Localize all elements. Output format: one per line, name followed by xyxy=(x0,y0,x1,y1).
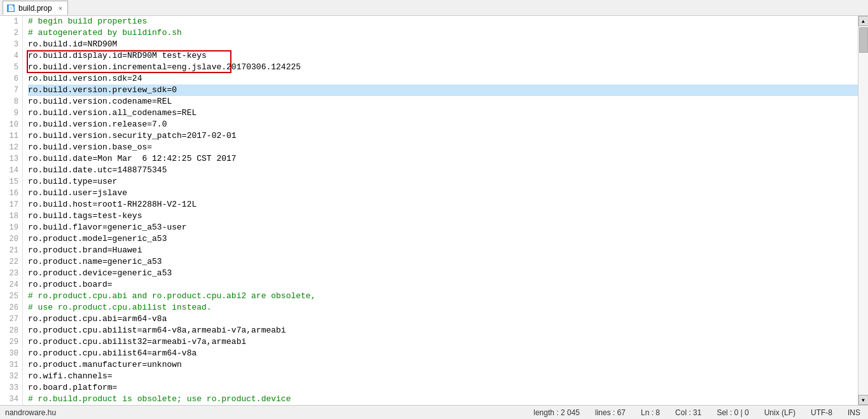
code-content[interactable]: # begin build properties# autogenerated … xyxy=(23,16,858,405)
line-number: 33 xyxy=(0,382,18,394)
code-line: ro.build.date=Mon Mar 6 12:42:25 CST 201… xyxy=(28,153,858,165)
code-line: ro.product.name=generic_a53 xyxy=(28,256,858,268)
line-number: 21 xyxy=(0,245,18,256)
code-line: ro.build.tags=test-keys xyxy=(28,210,858,222)
line-number: 27 xyxy=(0,313,18,325)
code-line: ro.build.version.sdk=24 xyxy=(28,73,858,85)
code-line: ro.build.user=jslave xyxy=(28,188,858,199)
code-line: # use ro.product.cpu.abilist instead. xyxy=(28,302,858,313)
code-line: ro.build.version.security_patch=2017-02-… xyxy=(28,130,858,142)
status-length: length : 2 045 xyxy=(531,408,582,417)
status-sel: Sel : 0 | 0 xyxy=(714,408,751,417)
code-line: ro.build.version.base_os= xyxy=(28,142,858,153)
code-line: ro.wifi.channels= xyxy=(28,371,858,382)
code-line: ro.board.platform= xyxy=(28,382,858,394)
line-number: 28 xyxy=(0,325,18,336)
line-number: 8 xyxy=(0,96,18,107)
line-number: 26 xyxy=(0,302,18,313)
line-number: 30 xyxy=(0,348,18,359)
line-number: 34 xyxy=(0,394,18,405)
line-number: 17 xyxy=(0,199,18,210)
line-number: 3 xyxy=(0,39,18,50)
line-number: 19 xyxy=(0,222,18,233)
code-line: ro.product.brand=Huawei xyxy=(28,245,858,256)
status-col: Col : 31 xyxy=(673,408,704,417)
line-number: 15 xyxy=(0,176,18,188)
status-website: nandroware.hu xyxy=(5,408,56,417)
status-ln: Ln : 8 xyxy=(638,408,663,417)
status-line-ending: Unix (LF) xyxy=(762,408,798,417)
line-number: 6 xyxy=(0,73,18,85)
code-line: # begin build properties xyxy=(28,16,858,27)
line-numbers: 1234567891011121314151617181920212223242… xyxy=(0,16,23,405)
status-info: length : 2 045 lines : 67 Ln : 8 Col : 3… xyxy=(531,408,863,417)
line-number: 7 xyxy=(0,85,18,96)
line-number: 13 xyxy=(0,153,18,165)
code-line: ro.build.date.utc=1488775345 xyxy=(28,165,858,176)
code-line: ro.product.model=generic_a53 xyxy=(28,233,858,245)
line-number: 5 xyxy=(0,62,18,73)
code-line: ro.build.version.release=7.0 xyxy=(28,119,858,130)
line-number: 4 xyxy=(0,50,18,62)
file-tab[interactable]: 📄 build.prop × xyxy=(3,1,68,15)
code-line: ro.product.cpu.abilist32=armeabi-v7a,arm… xyxy=(28,336,858,348)
code-line: ro.build.version.preview_sdk=0 xyxy=(28,85,858,96)
scroll-track[interactable] xyxy=(858,26,868,395)
code-line: ro.build.display.id=NRD90M test-keys xyxy=(28,50,858,62)
editor-container: 1234567891011121314151617181920212223242… xyxy=(0,16,868,405)
line-number: 1 xyxy=(0,16,18,27)
line-number: 22 xyxy=(0,256,18,268)
code-line: ro.build.id=NRD90M xyxy=(28,39,858,50)
line-number: 14 xyxy=(0,165,18,176)
code-line: ro.product.cpu.abilist64=arm64-v8a xyxy=(28,348,858,359)
line-number: 16 xyxy=(0,188,18,199)
line-number: 9 xyxy=(0,107,18,119)
code-line: ro.product.cpu.abilist=arm64-v8a,armeabi… xyxy=(28,325,858,336)
status-mode: INS xyxy=(845,408,863,417)
code-line: ro.product.board= xyxy=(28,279,858,291)
scroll-thumb[interactable] xyxy=(859,27,868,53)
line-number: 25 xyxy=(0,291,18,302)
file-icon: 📄 xyxy=(7,4,15,12)
line-number: 12 xyxy=(0,142,18,153)
code-line: ro.build.version.incremental=eng.jslave.… xyxy=(28,62,858,73)
status-lines: lines : 67 xyxy=(593,408,628,417)
line-number: 31 xyxy=(0,359,18,371)
line-number: 24 xyxy=(0,279,18,291)
code-line: # ro.build.product is obsolete; use ro.p… xyxy=(28,394,858,405)
status-encoding: UTF-8 xyxy=(808,408,835,417)
code-line: ro.build.host=root1-RH2288H-V2-12L xyxy=(28,199,858,210)
code-line: # autogenerated by buildinfo.sh xyxy=(28,27,858,39)
code-line: ro.build.type=user xyxy=(28,176,858,188)
line-number: 18 xyxy=(0,210,18,222)
scroll-down-arrow[interactable]: ▼ xyxy=(858,395,869,405)
code-line: ro.product.cpu.abi=arm64-v8a xyxy=(28,313,858,325)
line-number: 23 xyxy=(0,268,18,279)
code-line: ro.build.flavor=generic_a53-user xyxy=(28,222,858,233)
line-number: 2 xyxy=(0,27,18,39)
tab-label: build.prop xyxy=(18,4,52,13)
code-line: # ro.product.cpu.abi and ro.product.cpu.… xyxy=(28,291,858,302)
tab-close-button[interactable]: × xyxy=(59,4,62,12)
scroll-up-arrow[interactable]: ▲ xyxy=(858,16,869,26)
scrollbar[interactable]: ▲ ▼ xyxy=(858,16,868,405)
line-number: 10 xyxy=(0,119,18,130)
line-number: 29 xyxy=(0,336,18,348)
code-line: ro.product.device=generic_a53 xyxy=(28,268,858,279)
line-number: 20 xyxy=(0,233,18,245)
line-number: 11 xyxy=(0,130,18,142)
title-bar: 📄 build.prop × xyxy=(0,0,868,16)
code-line: ro.build.version.codename=REL xyxy=(28,96,858,107)
code-line: ro.build.version.all_codenames=REL xyxy=(28,107,858,119)
line-number: 32 xyxy=(0,371,18,382)
status-bar: nandroware.hu length : 2 045 lines : 67 … xyxy=(0,405,868,419)
code-line: ro.product.manufacturer=unknown xyxy=(28,359,858,371)
